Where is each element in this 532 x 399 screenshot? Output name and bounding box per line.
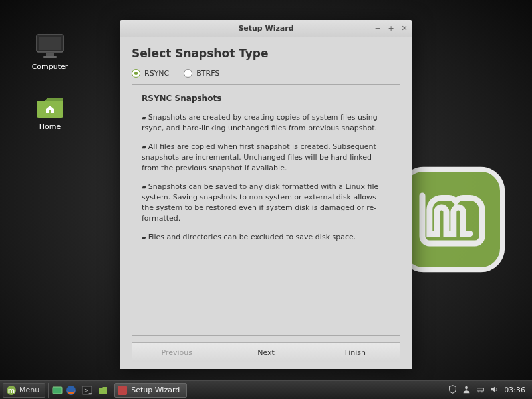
firefox-launcher[interactable] [64,383,78,398]
window-title: Setup Wizard [238,24,293,33]
svg-rect-12 [477,388,484,390]
desktop-icon-computer[interactable]: Computer [27,33,73,71]
info-bullet: Files and directories can be excluded to… [142,232,390,243]
radio-btrfs[interactable]: BTRFS [184,69,219,78]
network-icon[interactable] [476,385,485,396]
snapshot-type-radios: RSYNC BTRFS [132,69,400,78]
info-bullet: All files are copied when first snapshot… [142,142,390,174]
svg-rect-3 [46,53,54,56]
page-heading: Select Snapshot Type [132,47,400,60]
taskbar-item-setup-wizard[interactable]: Setup Wizard [114,383,187,398]
svg-rect-2 [39,37,61,50]
clock[interactable]: 03:36 [504,386,525,394]
volume-icon[interactable] [490,385,499,396]
next-button[interactable]: Next [221,342,311,362]
info-title: RSYNC Snapshots [142,93,390,104]
menu-label: Menu [19,386,39,394]
maximize-button[interactable]: + [387,25,395,33]
app-icon [118,386,127,395]
show-desktop-launcher[interactable] [48,383,63,398]
svg-text:>_: >_ [84,388,92,394]
previous-button: Previous [132,342,221,362]
titlebar[interactable]: Setup Wizard − + ✕ [120,20,412,37]
svg-rect-7 [53,387,62,394]
radio-label: BTRFS [196,69,219,78]
task-label: Setup Wizard [131,386,180,394]
system-tray: 03:36 [448,385,529,396]
close-button[interactable]: ✕ [400,25,408,33]
files-launcher[interactable] [96,383,110,398]
setup-wizard-window: Setup Wizard − + ✕ Select Snapshot Type … [120,20,412,369]
info-bullet: Snapshots can be saved to any disk forma… [142,182,390,224]
mint-icon: m [6,385,17,396]
svg-point-11 [465,386,468,389]
desktop-icon-label: Home [27,122,73,131]
svg-rect-4 [43,56,57,58]
menu-button[interactable]: m Menu [3,383,45,398]
minimize-button[interactable]: − [374,25,382,33]
wizard-buttons: Previous Next Finish [132,342,400,362]
taskbar: m Menu >_ Setup Wizard 03:36 [0,380,532,399]
radio-rsync[interactable]: RSYNC [132,69,169,78]
radio-icon [184,69,192,78]
radio-label: RSYNC [144,69,169,78]
monitor-icon [34,33,66,60]
finish-button[interactable]: Finish [311,342,400,362]
desktop-icon-label: Computer [27,63,73,71]
terminal-launcher[interactable]: >_ [80,383,94,398]
shield-icon[interactable] [448,385,457,396]
info-bullet: Snapshots are created by creating copies… [142,112,390,134]
user-icon[interactable] [462,385,471,396]
desktop-icon-home[interactable]: Home [27,93,73,131]
info-panel: RSYNC Snapshots Snapshots are created by… [132,84,400,336]
svg-text:m: m [8,387,15,394]
folder-home-icon [34,93,66,120]
radio-icon [132,69,140,78]
